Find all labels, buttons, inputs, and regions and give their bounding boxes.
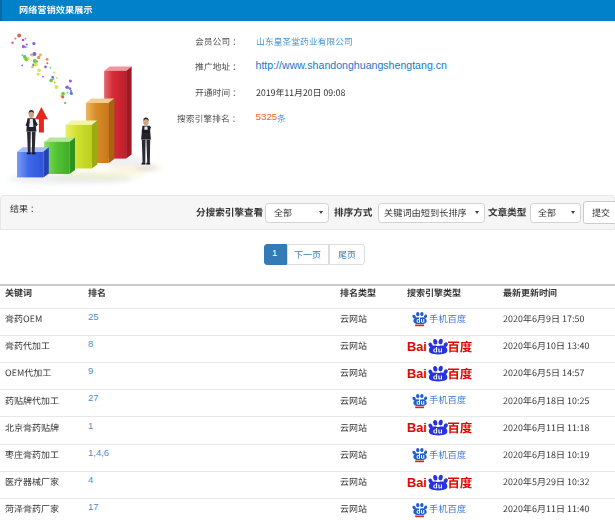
svg-text:Bai: Bai xyxy=(407,475,427,490)
svg-text:Bai: Bai xyxy=(407,339,427,354)
svg-text:Bai: Bai xyxy=(407,420,427,435)
svg-text:Bai: Bai xyxy=(407,366,427,381)
